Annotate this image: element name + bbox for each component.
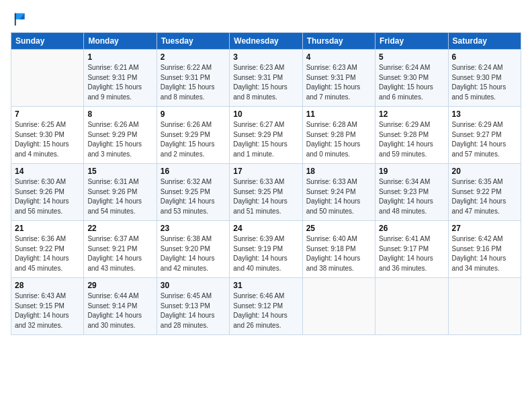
logo-icon <box>13 11 28 26</box>
calendar-cell: 1Sunrise: 6:21 AMSunset: 9:31 PMDaylight… <box>84 50 157 107</box>
day-number: 21 <box>15 224 80 233</box>
calendar-cell: 12Sunrise: 6:29 AMSunset: 9:28 PMDayligh… <box>375 107 448 164</box>
day-number: 1 <box>87 52 152 62</box>
day-info: Sunrise: 6:43 AMSunset: 9:15 PMDaylight:… <box>15 291 80 330</box>
day-info: Sunrise: 6:44 AMSunset: 9:14 PMDaylight:… <box>87 291 152 330</box>
calendar-cell: 14Sunrise: 6:30 AMSunset: 9:26 PMDayligh… <box>11 164 84 221</box>
calendar-cell <box>302 278 375 335</box>
day-info: Sunrise: 6:33 AMSunset: 9:24 PMDaylight:… <box>306 177 371 216</box>
calendar-cell: 9Sunrise: 6:26 AMSunset: 9:29 PMDaylight… <box>157 107 229 164</box>
day-number: 6 <box>452 52 517 62</box>
weekday-header-row: SundayMondayTuesdayWednesdayThursdayFrid… <box>11 33 521 50</box>
day-number: 26 <box>379 224 444 233</box>
calendar-cell: 4Sunrise: 6:23 AMSunset: 9:31 PMDaylight… <box>302 50 375 107</box>
logo <box>11 11 28 26</box>
calendar-cell: 21Sunrise: 6:36 AMSunset: 9:22 PMDayligh… <box>11 221 84 278</box>
day-info: Sunrise: 6:34 AMSunset: 9:23 PMDaylight:… <box>379 177 444 216</box>
day-number: 20 <box>452 167 517 176</box>
day-info: Sunrise: 6:32 AMSunset: 9:25 PMDaylight:… <box>161 177 226 216</box>
calendar-cell: 31Sunrise: 6:46 AMSunset: 9:12 PMDayligh… <box>230 278 302 335</box>
day-info: Sunrise: 6:37 AMSunset: 9:21 PMDaylight:… <box>87 234 152 273</box>
day-number: 31 <box>233 281 298 290</box>
day-info: Sunrise: 6:28 AMSunset: 9:28 PMDaylight:… <box>306 120 371 159</box>
day-number: 13 <box>452 109 517 119</box>
day-number: 14 <box>15 167 80 176</box>
day-info: Sunrise: 6:27 AMSunset: 9:29 PMDaylight:… <box>233 120 298 159</box>
day-info: Sunrise: 6:46 AMSunset: 9:12 PMDaylight:… <box>233 291 298 330</box>
day-info: Sunrise: 6:35 AMSunset: 9:22 PMDaylight:… <box>452 177 517 216</box>
calendar-cell: 5Sunrise: 6:24 AMSunset: 9:30 PMDaylight… <box>375 50 448 107</box>
calendar-cell: 17Sunrise: 6:33 AMSunset: 9:25 PMDayligh… <box>230 164 302 221</box>
calendar-week-1: 1Sunrise: 6:21 AMSunset: 9:31 PMDaylight… <box>11 50 521 107</box>
calendar-cell: 6Sunrise: 6:24 AMSunset: 9:30 PMDaylight… <box>448 50 521 107</box>
day-number: 8 <box>87 109 152 119</box>
svg-rect-2 <box>15 13 16 26</box>
day-info: Sunrise: 6:45 AMSunset: 9:13 PMDaylight:… <box>161 291 226 330</box>
weekday-header-saturday: Saturday <box>448 33 521 50</box>
calendar-cell <box>375 278 448 335</box>
day-number: 24 <box>233 224 298 233</box>
weekday-header-wednesday: Wednesday <box>230 33 302 50</box>
day-number: 11 <box>306 109 371 119</box>
weekday-header-monday: Monday <box>84 33 157 50</box>
weekday-header-thursday: Thursday <box>302 33 375 50</box>
day-number: 18 <box>306 167 371 176</box>
day-info: Sunrise: 6:30 AMSunset: 9:26 PMDaylight:… <box>15 177 80 216</box>
day-info: Sunrise: 6:25 AMSunset: 9:30 PMDaylight:… <box>15 120 80 159</box>
calendar-cell: 18Sunrise: 6:33 AMSunset: 9:24 PMDayligh… <box>302 164 375 221</box>
calendar-cell: 10Sunrise: 6:27 AMSunset: 9:29 PMDayligh… <box>230 107 302 164</box>
day-number: 23 <box>161 224 226 233</box>
day-number: 9 <box>161 109 226 119</box>
calendar-cell <box>11 50 84 107</box>
calendar-cell <box>448 278 521 335</box>
day-number: 3 <box>233 52 298 62</box>
calendar-cell: 15Sunrise: 6:31 AMSunset: 9:26 PMDayligh… <box>84 164 157 221</box>
calendar-cell: 25Sunrise: 6:40 AMSunset: 9:18 PMDayligh… <box>302 221 375 278</box>
calendar-cell: 20Sunrise: 6:35 AMSunset: 9:22 PMDayligh… <box>448 164 521 221</box>
day-number: 2 <box>161 52 226 62</box>
calendar-cell: 30Sunrise: 6:45 AMSunset: 9:13 PMDayligh… <box>157 278 229 335</box>
day-number: 12 <box>379 109 444 119</box>
calendar-cell: 29Sunrise: 6:44 AMSunset: 9:14 PMDayligh… <box>84 278 157 335</box>
day-info: Sunrise: 6:31 AMSunset: 9:26 PMDaylight:… <box>87 177 152 216</box>
day-info: Sunrise: 6:23 AMSunset: 9:31 PMDaylight:… <box>233 63 298 102</box>
day-number: 27 <box>452 224 517 233</box>
day-number: 19 <box>379 167 444 176</box>
weekday-header-sunday: Sunday <box>11 33 84 50</box>
day-number: 29 <box>87 281 152 290</box>
calendar-cell: 8Sunrise: 6:26 AMSunset: 9:29 PMDaylight… <box>84 107 157 164</box>
calendar-cell: 23Sunrise: 6:38 AMSunset: 9:20 PMDayligh… <box>157 221 229 278</box>
day-info: Sunrise: 6:24 AMSunset: 9:30 PMDaylight:… <box>379 63 444 102</box>
day-info: Sunrise: 6:41 AMSunset: 9:17 PMDaylight:… <box>379 234 444 273</box>
day-info: Sunrise: 6:42 AMSunset: 9:16 PMDaylight:… <box>452 234 517 273</box>
calendar-cell: 2Sunrise: 6:22 AMSunset: 9:31 PMDaylight… <box>157 50 229 107</box>
weekday-header-tuesday: Tuesday <box>157 33 229 50</box>
day-info: Sunrise: 6:26 AMSunset: 9:29 PMDaylight:… <box>161 120 226 159</box>
header <box>11 11 521 26</box>
calendar-week-3: 14Sunrise: 6:30 AMSunset: 9:26 PMDayligh… <box>11 164 521 221</box>
day-info: Sunrise: 6:24 AMSunset: 9:30 PMDaylight:… <box>452 63 517 102</box>
calendar-cell: 24Sunrise: 6:39 AMSunset: 9:19 PMDayligh… <box>230 221 302 278</box>
day-info: Sunrise: 6:23 AMSunset: 9:31 PMDaylight:… <box>306 63 371 102</box>
day-info: Sunrise: 6:33 AMSunset: 9:25 PMDaylight:… <box>233 177 298 216</box>
calendar-cell: 13Sunrise: 6:29 AMSunset: 9:27 PMDayligh… <box>448 107 521 164</box>
day-number: 17 <box>233 167 298 176</box>
day-number: 30 <box>161 281 226 290</box>
day-number: 10 <box>233 109 298 119</box>
day-number: 16 <box>161 167 226 176</box>
day-number: 5 <box>379 52 444 62</box>
calendar-cell: 11Sunrise: 6:28 AMSunset: 9:28 PMDayligh… <box>302 107 375 164</box>
calendar-cell: 3Sunrise: 6:23 AMSunset: 9:31 PMDaylight… <box>230 50 302 107</box>
calendar-cell: 19Sunrise: 6:34 AMSunset: 9:23 PMDayligh… <box>375 164 448 221</box>
calendar-week-2: 7Sunrise: 6:25 AMSunset: 9:30 PMDaylight… <box>11 107 521 164</box>
day-number: 15 <box>87 167 152 176</box>
calendar-cell: 28Sunrise: 6:43 AMSunset: 9:15 PMDayligh… <box>11 278 84 335</box>
day-number: 4 <box>306 52 371 62</box>
day-number: 25 <box>306 224 371 233</box>
calendar-cell: 16Sunrise: 6:32 AMSunset: 9:25 PMDayligh… <box>157 164 229 221</box>
day-number: 7 <box>15 109 80 119</box>
calendar-container: SundayMondayTuesdayWednesdayThursdayFrid… <box>0 0 532 411</box>
day-info: Sunrise: 6:26 AMSunset: 9:29 PMDaylight:… <box>87 120 152 159</box>
day-info: Sunrise: 6:36 AMSunset: 9:22 PMDaylight:… <box>15 234 80 273</box>
day-info: Sunrise: 6:40 AMSunset: 9:18 PMDaylight:… <box>306 234 371 273</box>
